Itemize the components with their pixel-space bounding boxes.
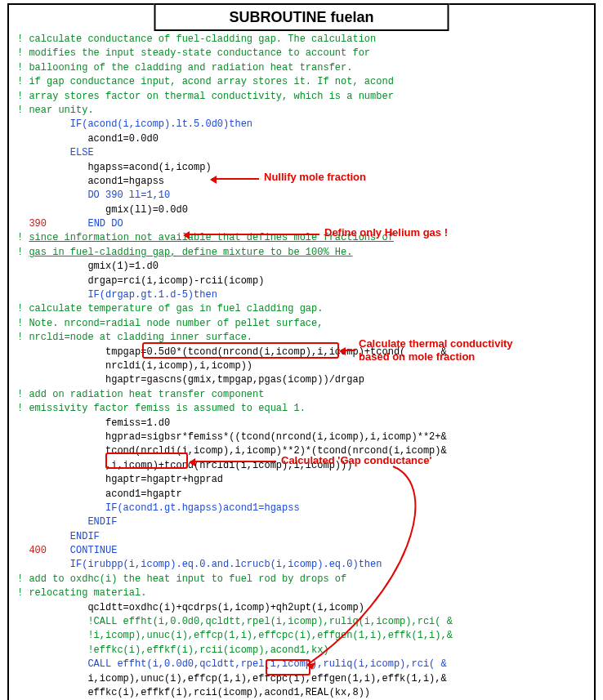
code-line: femiss=1.d0: [17, 417, 170, 429]
code-line: !CALL effht(i,0.0d0,qcldtt,rpel(i,icomp)…: [17, 616, 453, 627]
code-line: DO 390 ll=1,10: [17, 189, 170, 201]
code-line: ! if gap conductance input, acond array …: [17, 76, 394, 87]
code-line: ! calculate temperature of gas in fuel c…: [17, 303, 323, 314]
document-frame: SUBROUTINE fuelan Nullify mole fraction …: [7, 3, 596, 700]
code-line: effkc(i),effkf(i),rcii(icomp),acond1,REA…: [17, 687, 370, 698]
code-line: gmix(1)=1.d0: [17, 261, 159, 272]
code-line: !i,icomp),unuc(i),effcp(1,i),effcpc(i),e…: [17, 630, 453, 641]
code-line: nrcldi(i,icomp),i,icomp)): [17, 360, 252, 372]
code-line: ! Note. nrcond=radial node number of pel…: [17, 318, 323, 329]
code-line: acond1=hgaptr: [17, 488, 182, 500]
arrow-helium: [185, 234, 319, 235]
code-line: !: [17, 247, 29, 258]
code-line: acond1=0.0d0: [17, 133, 159, 145]
code-line: hgapss=acond(i,icomp): [17, 162, 212, 173]
code-line: acond1=hgapss: [17, 176, 164, 187]
arrow-gap: [190, 461, 276, 462]
code-line: qcldtt=oxdhc(i)+qcdrps(i,icomp)+qh2upt(i…: [17, 602, 364, 613]
code-line: !effkc(i),effkf(i),rcii(icomp),acond1,kx…: [17, 644, 329, 656]
code-line: ! emissivity factor femiss is assumed to…: [17, 403, 306, 414]
code-line: ! relocating material.: [17, 587, 146, 599]
code-line: tcond(nrcldi(i,icomp),i,icomp)**2)*(tcon…: [17, 445, 447, 457]
code-line: drgap=rci(i,icomp)-rcii(icomp): [17, 275, 264, 287]
code-line: hgaptr=gascns(gmix,tmpgap,pgas(icomp))/d…: [17, 374, 364, 386]
code-line: IF(acond1.gt.hgapss)acond1=hgapss: [17, 502, 300, 514]
box-acond1-arg: [266, 659, 310, 675]
code-label: 390: [17, 218, 47, 230]
code-line: gas in fuel-cladding gap, define mixture…: [29, 247, 352, 258]
code-line: IF(irubpp(i,icomp).eq.0.and.lcrucb(i,ico…: [17, 559, 382, 570]
code-line: !: [17, 232, 29, 243]
code-line: CALL effht(i,0.0d0,qcldtt,rpel(i,icomp),…: [17, 658, 447, 670]
code-line: CONTINUE: [47, 545, 117, 556]
arrow-nullify: [212, 178, 259, 180]
code-line: IF(drgap.gt.1.d-5)then: [17, 289, 217, 301]
code-line: ! modifies the input steady-state conduc…: [17, 47, 370, 59]
code-line: ! add to oxdhc(i) the heat input to fuel…: [17, 573, 346, 585]
code-line: gmix(ll)=0.0d0: [17, 204, 188, 216]
code-block: ! calculate conductance of fuel-cladding…: [17, 33, 586, 700]
code-line: ! ballooning of the cladding and radiati…: [17, 62, 352, 74]
code-line: i,icomp),unuc(i),effcp(1,i),effcpc(i),ef…: [17, 673, 447, 684]
code-label: 400: [17, 545, 47, 556]
box-acond1-assign: [105, 453, 188, 469]
code-line: IF(acond(i,icomp).lt.5.0d0)then: [17, 118, 252, 130]
code-line: ! calculate conductance of fuel-cladding…: [17, 33, 376, 45]
code-line: ELSE: [17, 147, 94, 158]
code-line: ! array stores factor on thermal conduct…: [17, 91, 394, 102]
box-gascns-call: [142, 342, 339, 359]
code-line: hgprad=sigbsr*femiss*((tcond(nrcond(i,ic…: [17, 431, 447, 443]
code-line: END DO: [47, 218, 123, 230]
code-line: ENDIF: [17, 516, 117, 528]
title-box: SUBROUTINE fuelan: [154, 3, 449, 31]
code-line: ! add on radiation heat transfer compone…: [17, 389, 264, 400]
arrow-conductivity: [341, 350, 355, 351]
code-line: hgaptr=hgaptr+hgprad: [17, 474, 223, 485]
code-line: ENDIF: [17, 531, 100, 542]
code-line: ! near unity.: [17, 105, 94, 116]
